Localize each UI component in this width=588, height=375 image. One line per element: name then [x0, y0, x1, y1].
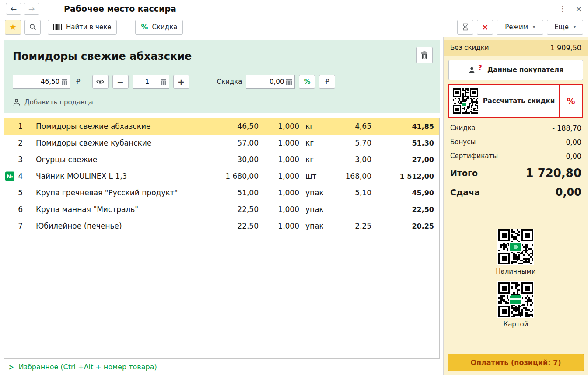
kebab-menu-icon[interactable]: ⋮: [559, 5, 567, 13]
certificates-value: 0,00: [566, 152, 581, 160]
cell-qty: 1,000: [263, 222, 304, 230]
discount-ruble-button[interactable]: ₽: [319, 75, 335, 89]
forward-button[interactable]: →: [24, 3, 39, 15]
receipt-row-4[interactable]: №4Чайник MOULINEX L 1,31 680,001,000шт16…: [4, 168, 439, 184]
no-discount-row: Без скидки 1 909,50: [444, 40, 588, 56]
cell-name: Помидоры свежие кубанские: [29, 139, 211, 147]
person-icon: [13, 98, 21, 106]
receipt-row-5[interactable]: 5Крупа гречневая "Русский продукт"51,001…: [4, 184, 439, 201]
add-seller-label: Добавить продавца: [24, 98, 93, 106]
cell-price: 30,00: [211, 155, 263, 164]
item-discount-input[interactable]: 0,00: [246, 75, 295, 89]
cell-num: 1: [4, 122, 29, 131]
cell-price: 57,00: [211, 139, 263, 147]
manual-discount-button[interactable]: %: [560, 85, 582, 117]
pay-card-button[interactable]: Картой: [444, 281, 588, 328]
cell-qty: 1,000: [263, 188, 304, 197]
barcode-icon: [53, 24, 62, 30]
person-icon: [468, 66, 476, 74]
chevron-down-icon: ▾: [533, 24, 535, 29]
discount-percent-button[interactable]: %: [299, 75, 315, 89]
cell-name: Юбилейное (печенье): [29, 222, 211, 230]
cell-qty: 1,000: [263, 155, 304, 164]
window-close-icon[interactable]: ×: [575, 5, 582, 13]
cell-total: 45,90: [371, 189, 439, 197]
cell-unit: кг: [304, 139, 323, 147]
total-value: 1 720,80: [526, 167, 581, 180]
receipt-row-2[interactable]: 2Помидоры свежие кубанские57,001,000кг5,…: [4, 135, 439, 151]
star-icon: ★: [9, 23, 16, 31]
calculator-icon: [286, 79, 292, 85]
receipt-area: Помидоры свежие абхазские 46,50 ₽: [0, 37, 443, 375]
summary-panel: Без скидки 1 909,50 ? Данные покупателя …: [443, 37, 588, 375]
cashier-window: ← → Рабочее место кассира ⋮ × ★ Найти в …: [0, 0, 588, 375]
receipt-row-3[interactable]: 3Огурцы свежие30,001,000кг3,0027,00: [4, 151, 439, 168]
receipt-table: 1Помидоры свежие абхазские46,501,000кг4,…: [4, 118, 440, 359]
content: Помидоры свежие абхазские 46,50 ₽: [0, 37, 588, 375]
bonuses-row: Бонусы 0,00: [444, 135, 588, 149]
cancel-receipt-button[interactable]: ×: [477, 20, 493, 35]
cell-disc: 5,70: [323, 139, 371, 147]
find-in-receipt-button[interactable]: Найти в чеке: [48, 20, 117, 35]
cell-name: Чайник MOULINEX L 1,3: [29, 172, 211, 181]
pay-cash-button[interactable]: Наличными: [444, 229, 588, 275]
search-button[interactable]: [24, 20, 41, 35]
bonuses-label: Бонусы: [450, 138, 476, 146]
pay-button[interactable]: Оплатить (позиций: 7): [448, 354, 584, 371]
total-row: Итого 1 720,80: [444, 163, 588, 183]
certificates-label: Сертификаты: [450, 152, 498, 160]
back-button[interactable]: ←: [6, 3, 21, 15]
favorites-button[interactable]: ★: [5, 20, 21, 35]
cell-total: 1 512,00: [371, 172, 439, 181]
pay-card-label: Картой: [503, 320, 528, 328]
eye-icon: [96, 79, 104, 84]
decrease-qty-button[interactable]: −: [112, 75, 129, 89]
receipt-row-1[interactable]: 1Помидоры свежие абхазские46,501,000кг4,…: [4, 118, 439, 135]
postpone-receipt-button[interactable]: [457, 20, 473, 35]
cell-total: 20,25: [371, 222, 439, 230]
search-icon: [29, 24, 36, 31]
title-bar: ← → Рабочее место кассира ⋮ ×: [0, 0, 588, 17]
forward-arrow-icon: →: [28, 4, 35, 13]
discount-label: Скидка: [152, 23, 178, 31]
cell-name: Огурцы свежие: [29, 155, 211, 164]
quantity-input[interactable]: 1: [133, 75, 169, 89]
toolbar: ★ Найти в чеке % Скидка × Режим: [0, 17, 588, 37]
cell-disc: 3,00: [323, 155, 371, 164]
more-button[interactable]: Еще ▾: [547, 20, 583, 35]
calculator-icon: [161, 79, 166, 85]
discount-button[interactable]: % Скидка: [135, 20, 183, 35]
calculate-discounts-group: Рассчитать скидки %: [448, 84, 583, 118]
customer-data-button[interactable]: ? Данные покупателя: [448, 60, 583, 80]
receipt-row-7[interactable]: 7Юбилейное (печенье)22,501,000упак2,2520…: [4, 218, 439, 234]
increase-qty-button[interactable]: +: [173, 75, 189, 89]
receipt-row-6[interactable]: 6Крупа манная "Мистраль"22,501,000упак22…: [4, 201, 439, 218]
nav-group: ← →: [6, 3, 39, 15]
no-discount-value: 1 909,50: [550, 44, 581, 52]
back-arrow-icon: ←: [10, 4, 17, 13]
more-label: Еще: [554, 23, 569, 31]
add-seller-link[interactable]: Добавить продавца: [13, 98, 93, 106]
qr-cash-icon: [497, 229, 534, 265]
window-actions: ⋮ ×: [559, 5, 582, 13]
view-item-button[interactable]: [92, 75, 108, 89]
delete-item-button[interactable]: [416, 47, 433, 63]
cell-price: 46,50: [211, 122, 263, 131]
cell-disc: 2,25: [323, 222, 371, 230]
discount-value: - 188,70: [552, 124, 581, 132]
red-cross-icon: ×: [482, 23, 488, 31]
question-icon: ?: [478, 64, 482, 72]
cell-price: 22,50: [211, 222, 263, 230]
mode-button[interactable]: Режим ▾: [497, 20, 543, 35]
cell-qty: 1,000: [263, 205, 304, 214]
percent-icon: %: [567, 96, 575, 106]
percent-icon: %: [141, 23, 148, 31]
price-input[interactable]: 46,50: [13, 75, 70, 89]
favorites-link[interactable]: > Избранное (Ctrl +Alt + номер товара): [0, 359, 443, 375]
calculate-discounts-button[interactable]: Рассчитать скидки: [449, 85, 560, 117]
chevron-right-icon: >: [9, 362, 14, 372]
cell-name: Крупа манная "Мистраль": [29, 205, 211, 214]
cell-disc: 5,10: [323, 188, 371, 197]
cell-qty: 1,000: [263, 139, 304, 147]
calculator-icon: [62, 79, 67, 85]
